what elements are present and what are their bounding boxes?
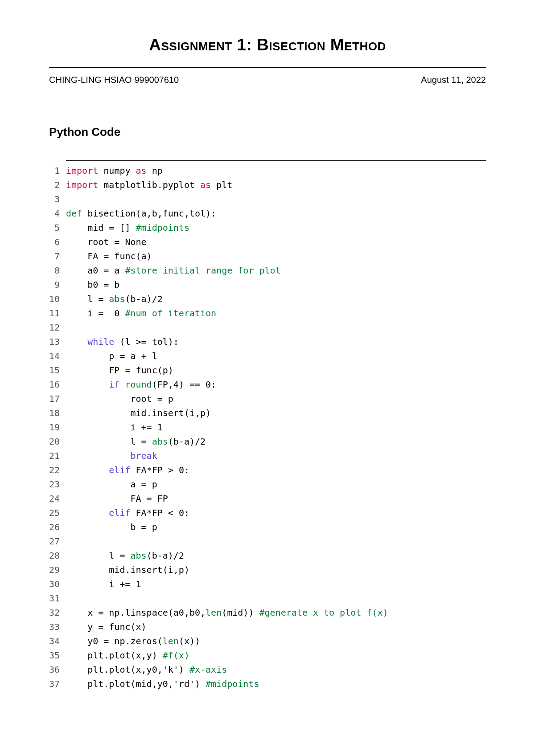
line-number: 20 [49,434,66,449]
code-line: 17 root = p [49,392,486,406]
code-line: 22 elif FA*FP > 0: [49,463,486,477]
line-number: 9 [49,278,66,292]
code-rule [66,160,486,161]
code-content: plt.plot(mid,y0,'rd') #midpoints [66,677,259,691]
code-content: mid.insert(i,p) [66,563,189,577]
page-title: Assignment 1: Bisection Method [49,36,486,54]
line-number: 12 [49,320,66,335]
line-number: 18 [49,406,66,420]
code-content: x = np.linspace(a0,b0,len(mid)) #generat… [66,605,388,620]
code-line: 31 [49,591,486,605]
code-line: 6 root = None [49,235,486,249]
code-listing: 1import numpy as np2import matplotlib.py… [49,163,486,691]
line-number: 8 [49,263,66,278]
line-number: 33 [49,620,66,634]
line-number: 35 [49,648,66,662]
code-line: 15 FP = func(p) [49,363,486,377]
code-line: 26 b = p [49,520,486,534]
line-number: 25 [49,506,66,520]
code-content: elif FA*FP > 0: [66,463,189,477]
code-line: 16 if round(FP,4) == 0: [49,377,486,392]
line-number: 24 [49,491,66,506]
code-content: while (l >= tol): [66,335,179,349]
code-line: 9 b0 = b [49,278,486,292]
code-line: 11 i = 0 #num of iteration [49,306,486,320]
code-content: p = a + l [66,349,157,363]
line-number: 7 [49,249,66,263]
line-number: 32 [49,605,66,620]
line-number: 6 [49,235,66,249]
line-number: 19 [49,420,66,434]
code-content: plt.plot(x,y) #f(x) [66,648,189,662]
code-content: if round(FP,4) == 0: [66,377,216,392]
code-content [66,534,71,548]
line-number: 27 [49,534,66,548]
code-line: 21 break [49,449,486,463]
code-content: y = func(x) [66,620,147,634]
line-number: 4 [49,206,66,221]
code-content: i += 1 [66,577,141,591]
code-line: 8 a0 = a #store initial range for plot [49,263,486,278]
code-content [66,591,71,605]
code-line: 27 [49,534,486,548]
code-line: 4def bisection(a,b,func,tol): [49,206,486,221]
code-content: a0 = a #store initial range for plot [66,263,281,278]
code-content: def bisection(a,b,func,tol): [66,206,216,221]
code-line: 5 mid = [] #midpoints [49,221,486,235]
line-number: 34 [49,634,66,648]
line-number: 3 [49,192,66,206]
code-line: 33 y = func(x) [49,620,486,634]
line-number: 10 [49,292,66,306]
code-content: mid = [] #midpoints [66,221,189,235]
line-number: 17 [49,392,66,406]
line-number: 37 [49,677,66,691]
line-number: 29 [49,563,66,577]
line-number: 13 [49,335,66,349]
code-line: 34 y0 = np.zeros(len(x)) [49,634,486,648]
line-number: 23 [49,477,66,491]
code-content: a = p [66,477,157,491]
author-text: CHING-LING HSIAO 999007610 [49,75,179,85]
line-number: 31 [49,591,66,605]
code-content: FA = FP [66,491,168,506]
code-line: 7 FA = func(a) [49,249,486,263]
code-content: b = p [66,520,157,534]
code-content: y0 = np.zeros(len(x)) [66,634,200,648]
code-line: 25 elif FA*FP < 0: [49,506,486,520]
code-line: 28 l = abs(b-a)/2 [49,548,486,563]
line-number: 11 [49,306,66,320]
line-number: 15 [49,363,66,377]
code-line: 24 FA = FP [49,491,486,506]
code-line: 20 l = abs(b-a)/2 [49,434,486,449]
byline: CHING-LING HSIAO 999007610 August 11, 20… [49,75,486,85]
code-content: plt.plot(x,y0,'k') #x-axis [66,662,227,677]
line-number: 28 [49,548,66,563]
code-content: i = 0 #num of iteration [66,306,216,320]
code-line: 12 [49,320,486,335]
code-line: 13 while (l >= tol): [49,335,486,349]
code-line: 30 i += 1 [49,577,486,591]
line-number: 2 [49,178,66,192]
line-number: 22 [49,463,66,477]
code-line: 2import matplotlib.pyplot as plt [49,178,486,192]
date-text: August 11, 2022 [421,75,486,85]
code-line: 36 plt.plot(x,y0,'k') #x-axis [49,662,486,677]
code-content: l = abs(b-a)/2 [66,292,163,306]
code-content: FA = func(a) [66,249,152,263]
section-heading: Python Code [49,125,486,139]
code-line: 1import numpy as np [49,163,486,178]
code-line: 3 [49,192,486,206]
code-content: import numpy as np [66,163,163,178]
code-line: 10 l = abs(b-a)/2 [49,292,486,306]
code-content: b0 = b [66,278,119,292]
line-number: 1 [49,163,66,178]
code-content [66,320,71,335]
code-content: root = None [66,235,147,249]
code-line: 29 mid.insert(i,p) [49,563,486,577]
code-content: FP = func(p) [66,363,173,377]
line-number: 26 [49,520,66,534]
line-number: 30 [49,577,66,591]
code-line: 19 i += 1 [49,420,486,434]
line-number: 16 [49,377,66,392]
code-line: 18 mid.insert(i,p) [49,406,486,420]
